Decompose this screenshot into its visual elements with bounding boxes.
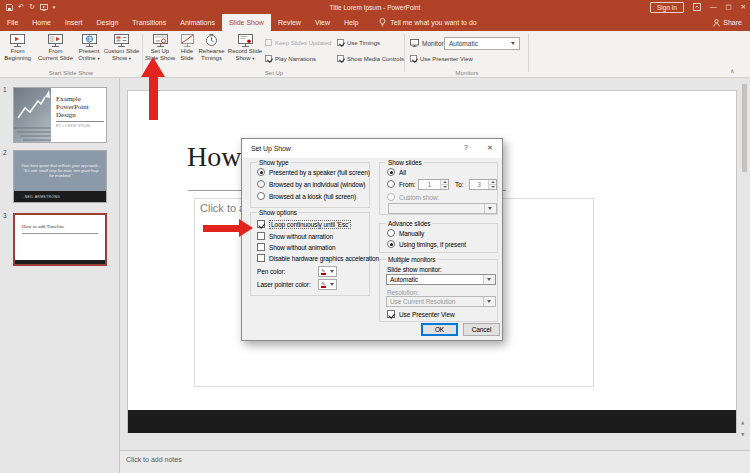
present-online-button[interactable]: Present Online ▾ — [77, 34, 101, 70]
checkbox-loop-continuously[interactable]: Loop continuously until 'Esc' — [257, 220, 351, 228]
redo-icon[interactable]: ↻ — [29, 4, 35, 11]
ok-button[interactable]: OK — [421, 323, 458, 336]
radio-browsed-at-kiosk[interactable]: Browsed at a kiosk (full screen) — [257, 192, 356, 200]
from-slide-spinner[interactable]: 1 — [418, 179, 449, 190]
dropdown-arrow[interactable] — [484, 204, 496, 213]
spinner-down-icon — [443, 186, 447, 188]
keep-slides-updated-checkbox[interactable]: Keep Slides Updated — [265, 39, 331, 46]
checkbox-box — [265, 39, 272, 46]
slide1-rule — [56, 121, 104, 122]
group-divider — [404, 34, 405, 72]
slide-show-monitor-dropdown[interactable]: Automatic — [386, 274, 496, 285]
checkbox-label: Loop continuously until 'Esc' — [269, 220, 351, 229]
radio-button — [257, 168, 265, 176]
tab-help[interactable]: Help — [337, 14, 365, 31]
radio-browsed-by-individual[interactable]: Browsed by an individual (window) — [257, 180, 365, 188]
tab-review[interactable]: Review — [271, 14, 308, 31]
tab-view[interactable]: View — [308, 14, 337, 31]
dropdown-arrow[interactable] — [483, 297, 495, 306]
vertical-scrollbar[interactable]: ▲ ▼ — [741, 80, 749, 446]
radio-all-slides[interactable]: All — [387, 168, 406, 176]
radio-button — [387, 168, 395, 176]
chevron-down-icon — [330, 283, 334, 286]
checkbox-show-without-animation[interactable]: Show without animation — [257, 243, 335, 251]
close-button[interactable]: ✕ — [741, 4, 746, 10]
tell-me-box[interactable]: Tell me what you want to do — [379, 14, 476, 31]
slide-thumbnail-2[interactable]: Your best quote that reflects your appro… — [13, 150, 107, 203]
radio-custom-show[interactable]: Custom show: — [387, 193, 439, 201]
tab-animations[interactable]: Animations — [173, 14, 222, 31]
play-narrations-checkbox[interactable]: Play Narrations — [265, 55, 316, 62]
show-media-controls-checkbox[interactable]: Show Media Controls — [337, 55, 404, 62]
checkbox-use-presenter-view[interactable]: Use Presenter View — [387, 310, 455, 318]
monitor-dropdown[interactable]: Automatic — [444, 37, 520, 50]
undo-icon[interactable]: ↶ — [18, 4, 24, 11]
radio-using-timings[interactable]: Using timings, if present — [387, 240, 466, 248]
spinner-buttons[interactable] — [488, 180, 496, 189]
radio-presented-by-speaker[interactable]: Presented by a speaker (full screen) — [257, 168, 370, 176]
tell-me-label: Tell me what you want to do — [390, 19, 476, 26]
resolution-label: Resolution: — [387, 289, 418, 296]
arrow-tail — [203, 225, 239, 232]
ribbon-tab-bar: File Home Insert Design Transitions Anim… — [0, 14, 750, 31]
rehearse-timings-button[interactable]: Rehearse Timings — [198, 34, 225, 70]
to-label: To: — [455, 181, 463, 188]
use-presenter-view-checkbox[interactable]: Use Presenter View — [410, 55, 473, 62]
notes-placeholder[interactable]: Click to add notes — [126, 456, 182, 463]
collapse-ribbon-icon[interactable]: ∧ — [730, 67, 734, 74]
slide-thumbnail-1[interactable]: Example PowerPoint Design BY LOREM IPSUM — [13, 87, 107, 143]
dialog-help-button[interactable]: ? — [464, 144, 468, 152]
maximize-button[interactable]: □ — [725, 4, 731, 10]
radio-label: All — [399, 169, 406, 176]
from-beginning-button[interactable]: From Beginning — [1, 34, 34, 70]
checkbox-label: Show Media Controls — [347, 56, 404, 62]
pen-color-picker[interactable]: ✎ — [318, 266, 337, 277]
tab-insert[interactable]: Insert — [58, 14, 90, 31]
custom-show-dropdown[interactable] — [388, 203, 497, 214]
title-bar: Title Lorem Ipsum - PowerPoint ↶ ↻ ▾ Sig… — [0, 0, 750, 14]
start-slideshow-icon[interactable] — [40, 4, 48, 11]
radio-from-slides[interactable]: From: — [387, 180, 415, 188]
radio-manually[interactable]: Manually — [387, 229, 424, 237]
dialog-titlebar[interactable]: Set Up Show — [242, 139, 502, 158]
dialog-close-button[interactable]: ✕ — [487, 144, 493, 152]
radio-button — [387, 229, 395, 237]
checkbox-disable-hardware-acceleration[interactable]: Disable hardware graphics acceleration — [257, 254, 379, 262]
button-label: From — [49, 48, 63, 55]
use-timings-checkbox[interactable]: Use Timings — [337, 39, 380, 46]
laser-pointer-color-label: Laser pointer color: — [257, 281, 311, 288]
resolution-dropdown[interactable]: Use Current Resolution — [386, 296, 496, 307]
to-slide-spinner[interactable]: 3 — [469, 179, 497, 190]
spinner-buttons[interactable] — [440, 180, 448, 189]
group-label-start-slide-show: Start Slide Show — [0, 70, 142, 76]
next-slide-icon[interactable]: ▼ — [741, 432, 744, 437]
tab-transitions[interactable]: Transitions — [125, 14, 173, 31]
previous-slide-icon[interactable]: ▲ — [741, 420, 744, 425]
monitor-label: Monitor: — [422, 40, 445, 47]
hide-slide-button[interactable]: Hide Slide — [177, 34, 197, 70]
customize-qat-icon[interactable]: ▾ — [53, 4, 56, 11]
checkbox-show-without-narration[interactable]: Show without narration — [257, 232, 333, 240]
record-slide-show-button[interactable]: Record Slide Show ▾ — [226, 34, 264, 70]
scrollbar-thumb[interactable] — [742, 84, 747, 172]
sign-in-button[interactable]: Sign in — [650, 2, 684, 13]
notes-pane[interactable]: Click to add notes — [120, 450, 750, 473]
person-icon — [713, 19, 720, 27]
tab-design[interactable]: Design — [89, 14, 125, 31]
minimize-button[interactable]: — — [710, 4, 717, 10]
button-label: Show ▾ — [236, 55, 255, 62]
custom-slide-show-button[interactable]: Custom Slide Show ▾ — [101, 34, 142, 70]
laser-pointer-color-picker[interactable]: ✎ — [318, 279, 337, 290]
save-icon[interactable] — [6, 4, 13, 11]
dropdown-arrow[interactable] — [483, 275, 495, 284]
share-button[interactable]: Share — [713, 14, 750, 31]
tab-file[interactable]: File — [0, 14, 25, 31]
cancel-button[interactable]: Cancel — [463, 323, 500, 336]
slide-thumbnail-3-selected[interactable]: How to add Timeline — [13, 213, 107, 266]
radio-button — [257, 192, 265, 200]
tab-home[interactable]: Home — [25, 14, 58, 31]
ribbon-display-options-icon[interactable] — [693, 3, 701, 11]
checkbox-label: Show without narration — [269, 233, 333, 240]
from-current-slide-button[interactable]: From Current Slide — [35, 34, 76, 70]
tab-slide-show[interactable]: Slide Show — [222, 14, 271, 31]
